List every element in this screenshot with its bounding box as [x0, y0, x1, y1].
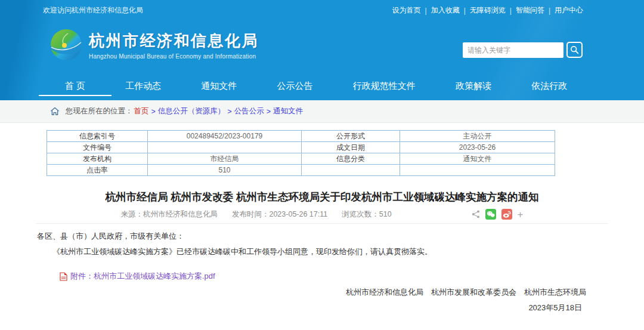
search-button[interactable] [566, 42, 583, 58]
topbar-link-accessibility[interactable]: 无障碍浏览 [470, 5, 506, 16]
separator: | [425, 7, 427, 15]
topbar-link-set-homepage[interactable]: 设为首页 [392, 5, 421, 16]
separator: | [549, 7, 550, 15]
search-bar [463, 42, 583, 58]
cell-issuing-agency-value: 市经信局 [148, 153, 302, 165]
share-buttons: + [472, 209, 524, 220]
table-row: 文件编号 成文日期 2023-05-26 [47, 142, 555, 153]
separator: | [464, 7, 466, 15]
nav-item-home[interactable]: 首 页 [61, 72, 89, 100]
salutation: 各区、县（市）人民政府，市级有关单位： [37, 231, 184, 242]
topbar-links: 设为首页 | 加入收藏 | 无障碍浏览 | 智能问答 | 用户中心 [392, 5, 584, 16]
wechat-share-icon[interactable] [485, 209, 496, 220]
home-icon[interactable] [50, 107, 60, 116]
share-icon[interactable] [472, 210, 480, 218]
attachment-link[interactable]: 附件：杭州市工业领域碳达峰实施方案.pdf [60, 271, 215, 282]
more-share-button[interactable]: + [518, 209, 524, 220]
nav-item-administration-by-law[interactable]: 依法行政 [528, 72, 571, 100]
site-title: 杭州市经济和信息化局 [89, 30, 259, 51]
document-date: 2023年5月18日 [528, 303, 582, 313]
nav-item-work-news[interactable]: 工作动态 [122, 72, 165, 100]
site-subtitle: Hangzhou Municipal Bureau of Economy and… [89, 53, 259, 60]
breadcrumb-link-home[interactable]: 首页 [134, 106, 149, 116]
cell-issue-date-label: 成文日期 [302, 142, 400, 153]
cell-click-rate-value: 510 [148, 165, 302, 176]
cell-info-category-label: 信息分类 [302, 153, 400, 165]
breadcrumb-separator: > [267, 107, 271, 116]
main-nav: 首 页 工作动态 通知文件 公示公告 行政规范性文件 政策解读 依法行政 [45, 72, 587, 100]
cell-disclosure-form-label: 公开形式 [302, 131, 400, 142]
document-info-table: 信息索引号 002489452/2023-00179 公开形式 主动公开 文件编… [47, 130, 555, 176]
nav-item-policy-interpretation[interactable]: 政策解读 [452, 72, 495, 100]
divider [36, 223, 608, 224]
nav-item-notice-documents[interactable]: 通知文件 [197, 72, 240, 100]
body-paragraph: 《杭州市工业领域碳达峰实施方案》已经市碳达峰碳中和工作领导小组同意，现印发给你们… [37, 245, 609, 258]
nav-item-label: 工作动态 [125, 81, 161, 92]
table-row: 点击率 510 [47, 165, 555, 176]
nav-item-administrative-normative-documents[interactable]: 行政规范性文件 [349, 72, 419, 100]
site-brand[interactable]: 杭州市经济和信息化局 Hangzhou Municipal Bureau of … [50, 29, 259, 61]
meta-source: 来源：杭州市经济和信息化局 [120, 209, 218, 220]
attachment-label: 附件：杭州市工业领域碳达峰实施方案.pdf [70, 271, 215, 282]
article-title: 杭州市经信局 杭州市发改委 杭州市生态环境局关于印发杭州市工业领域碳达峰实施方案… [24, 190, 620, 204]
cell-index-number-label: 信息索引号 [47, 131, 148, 142]
breadcrumb: 您现在所在的位置： 首页 > 信息公开（资源库） > 公告公示 > 通知文件 [0, 100, 644, 123]
breadcrumb-link-info-disclosure[interactable]: 信息公开（资源库） [158, 106, 225, 116]
cell-empty-label [302, 165, 400, 176]
breadcrumb-separator: > [151, 107, 156, 116]
search-icon [570, 45, 579, 54]
cell-click-rate-label: 点击率 [47, 165, 148, 176]
cell-issue-date-value: 2023-05-26 [400, 142, 555, 153]
nav-item-label: 首 页 [65, 81, 85, 92]
topbar-link-user-center[interactable]: 用户中心 [555, 5, 583, 16]
cell-document-number-value [148, 142, 302, 153]
cell-issuing-agency-label: 发布机构 [47, 153, 148, 165]
brand-text: 杭州市经济和信息化局 Hangzhou Municipal Bureau of … [89, 30, 259, 60]
signatures: 杭州市经济和信息化局 杭州市发展和改革委员会 杭州市生态环境局 [346, 287, 586, 298]
nav-item-label: 政策解读 [456, 81, 491, 92]
meta-views: 浏览次数：510 [342, 209, 391, 220]
nav-item-label: 公示公告 [277, 81, 313, 92]
page: 欢迎访问杭州市经济和信息化局 设为首页 | 加入收藏 | 无障碍浏览 | 智能问… [0, 0, 644, 330]
breadcrumb-link-notice-documents[interactable]: 通知文件 [273, 106, 303, 116]
site-header: 欢迎访问杭州市经济和信息化局 设为首页 | 加入收藏 | 无障碍浏览 | 智能问… [0, 0, 644, 100]
separator: | [510, 7, 512, 15]
breadcrumb-prefix: 您现在所在的位置： [66, 106, 133, 116]
pdf-icon [60, 272, 67, 281]
nav-item-public-announcements[interactable]: 公示公告 [274, 72, 317, 100]
site-logo-icon [50, 29, 82, 61]
topbar-link-add-favorite[interactable]: 加入收藏 [431, 5, 460, 16]
table-row: 信息索引号 002489452/2023-00179 公开形式 主动公开 [47, 131, 555, 142]
nav-item-label: 通知文件 [201, 81, 237, 92]
meta-publish-time: 发布时间：2023-05-26 17:11 [232, 209, 327, 220]
weibo-share-icon[interactable] [501, 209, 512, 220]
nav-item-label: 行政规范性文件 [353, 81, 416, 92]
cell-index-number-value: 002489452/2023-00179 [148, 131, 302, 142]
cell-disclosure-form-value: 主动公开 [400, 131, 555, 142]
topbar: 欢迎访问杭州市经济和信息化局 设为首页 | 加入收藏 | 无障碍浏览 | 智能问… [0, 0, 644, 18]
welcome-text: 欢迎访问杭州市经济和信息化局 [43, 5, 143, 16]
breadcrumb-link-announcements[interactable]: 公告公示 [234, 106, 264, 116]
cell-info-category-value: 通知文件 [400, 153, 555, 165]
search-input[interactable] [463, 42, 564, 58]
cell-document-number-label: 文件编号 [47, 142, 148, 153]
article-meta: 来源：杭州市经济和信息化局 发布时间：2023-05-26 17:11 浏览次数… [0, 209, 644, 220]
topbar-link-smart-qa[interactable]: 智能问答 [516, 5, 544, 16]
table-row: 发布机构 市经信局 信息分类 通知文件 [47, 153, 555, 165]
cell-empty-value [400, 165, 555, 176]
nav-item-label: 依法行政 [531, 81, 567, 92]
breadcrumb-separator: > [227, 107, 231, 116]
